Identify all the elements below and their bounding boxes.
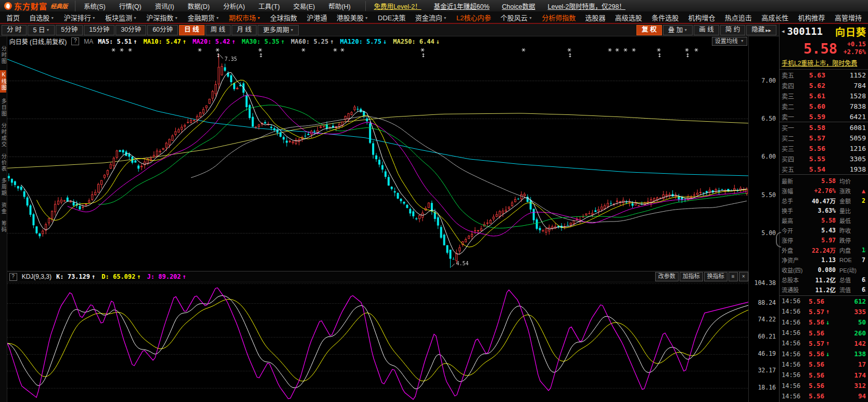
collapse-left-icon[interactable]: ◀ [782,29,784,34]
tick-volume: 17 [831,360,866,368]
menu-item[interactable]: 资讯(I) [155,1,174,11]
nav-item[interactable]: 热点追击 [725,12,752,22]
tick-time: 14:56 [782,382,802,390]
bid-level-label: 买三 [782,144,800,153]
nav-item[interactable]: 港股美股▼ [337,12,368,22]
tick-row: 14:565.56260 [780,328,868,338]
period-button[interactable]: 15分钟 [84,25,114,35]
promo-link[interactable]: 基金近1年赚超60% [434,1,490,11]
nav-item[interactable]: 机构推荐 [798,12,825,22]
main-kline-chart[interactable] [7,46,748,271]
nav-item[interactable]: 机构增仓 [688,12,716,22]
sidebar-item[interactable]: 多周期 [0,178,6,197]
tick-row: 14:565.57↑142 [780,338,868,348]
help-icon[interactable]: ? [9,273,17,281]
kdj-axis-label: 60.21 [758,333,776,340]
period-button[interactable]: 5分钟 [56,25,83,35]
ask-row[interactable]: 卖五5.631152 [780,70,868,80]
menu-item[interactable]: 工具(T) [259,1,280,11]
price-axis-label: 7.00 [761,77,776,84]
nav-item[interactable]: 条件选股 [652,12,679,22]
sidebar-item[interactable]: 多日图 [0,98,6,117]
chart-tool-button[interactable]: 复 权 [636,25,661,35]
ask-row[interactable]: 卖一5.596421 [780,111,868,122]
menu-item[interactable]: 行情(Q) [119,1,142,11]
grid-icon[interactable]: ≡ [729,272,738,281]
period-button[interactable]: 5 日▼ [28,25,55,35]
nav-item[interactable]: 沪深指数▼ [146,12,178,22]
sidebar-item[interactable]: 筹码 [0,221,6,233]
nav-item[interactable]: 金融期货▼ [187,12,219,22]
sidebar-item[interactable]: 分时成交 [0,123,6,148]
chart-tool-button[interactable]: 隐藏▶▶ [746,25,776,35]
period-button[interactable]: 日 线 [179,25,204,35]
promo-link[interactable]: 免费用Level-2！ [374,1,422,11]
nav-item[interactable]: 个股风云▼ [501,12,532,22]
bid-row[interactable]: 买三5.561216 [780,143,868,153]
nav-item[interactable]: 高级选股 [615,12,642,22]
nav-item[interactable]: 选股器 [585,12,605,22]
help-icon[interactable]: ? [71,37,79,45]
nav-item[interactable]: 分析师指数 [542,12,576,22]
period-button[interactable]: 月 线 [232,25,257,35]
tick-volume: 260 [831,329,866,337]
bid-volume: 1938 [825,165,866,173]
nav-item[interactable]: 自选股▼ [29,12,54,22]
sidebar-item[interactable]: 分价表 [0,153,6,172]
chart-tool-button[interactable]: 简 约 [720,25,745,35]
nav-item[interactable]: 高成长性 [761,12,788,22]
menu-item[interactable]: 帮助(H) [328,1,350,11]
period-button[interactable]: 30分钟 [116,25,146,35]
indicator-button[interactable]: 加指标 [680,272,703,281]
ma-value: MA10: 5.47↑ [144,38,186,45]
period-button[interactable]: 分 时 [2,25,27,35]
detail-label: 最新 [782,177,806,185]
nav-item[interactable]: 板块监测▼ [105,12,137,22]
nav-item[interactable]: 资金流向▼ [415,12,447,22]
menu-item[interactable]: 分析(A) [223,1,245,11]
sidebar-item[interactable]: 分时图 [0,46,6,64]
nav-item-label: 选股器 [585,14,605,22]
detail-label: 今开 [782,226,806,235]
ma-legend-row: 向日葵 (日线,前复权) ? MA MA5: 5.51↑MA10: 5.47↑M… [7,36,748,46]
period-button[interactable]: 60分钟 [147,25,178,35]
bid-row[interactable]: 买五5.541938 [780,164,868,174]
kdj-indicator-chart[interactable] [7,282,748,402]
period-button[interactable]: 周 线 [206,25,231,35]
menu-item[interactable]: 数据(D) [188,1,210,11]
close-icon[interactable]: × [739,272,748,281]
nav-item[interactable]: 高管增持 [835,12,862,22]
nav-item[interactable]: L2核心内参 [456,12,491,22]
bid-price: 5.55 [800,155,825,163]
nav-item[interactable]: 首页 [6,12,20,22]
nav-item[interactable]: 沪深排行▼ [64,12,96,22]
nav-item[interactable]: 沪港通 [307,12,327,22]
sidebar-item[interactable]: K线图 [0,70,6,93]
panel-collapse-handle[interactable] [776,232,781,248]
bid-row[interactable]: 买四5.553305 [780,153,868,164]
tick-list: 14:565.5661214:565.57↑33514:565.56↓5014:… [780,296,868,402]
promo-link[interactable]: Level-2限时特惠，仅298！ [548,1,626,11]
bid-row[interactable]: 买一5.586081 [780,122,868,133]
indicator-button[interactable]: 换指标 [704,272,727,281]
ask-row[interactable]: 卖二5.607838 [780,101,868,111]
bid-price: 5.56 [800,145,825,152]
caret-down-icon: ▼ [215,16,219,20]
period-button[interactable]: 更多周期▼ [258,25,299,35]
nav-item[interactable]: DDE决策 [378,12,405,22]
menu-item[interactable]: 系统(S) [84,1,106,11]
nav-item[interactable]: 期权市场▼ [229,12,261,22]
chart-tool-button[interactable]: 画 线 [694,25,719,35]
nav-item[interactable]: 全球指数 [270,12,297,22]
period-toolbar: 分 时5 日▼5分钟15分钟30分钟60分钟日 线周 线月 线更多周期▼ 复 权… [0,24,779,36]
menu-item[interactable]: 交易(E) [293,1,315,11]
ask-row[interactable]: 卖四5.62784 [780,80,868,90]
bid-row[interactable]: 买二5.575059 [780,133,868,143]
promo-link[interactable]: Choice数据 [502,1,535,11]
promo-banner-link[interactable]: 手机L2重磅上市，限时免费 [780,58,868,70]
ask-row[interactable]: 卖三5.611528 [780,90,868,101]
sidebar-item[interactable]: 资金 [0,202,6,215]
ma-settings-button[interactable]: 设置均线 ▼ [712,37,747,46]
chart-tool-button[interactable]: 叠 加▼ [663,25,693,35]
indicator-button[interactable]: 改参数 [655,272,679,281]
